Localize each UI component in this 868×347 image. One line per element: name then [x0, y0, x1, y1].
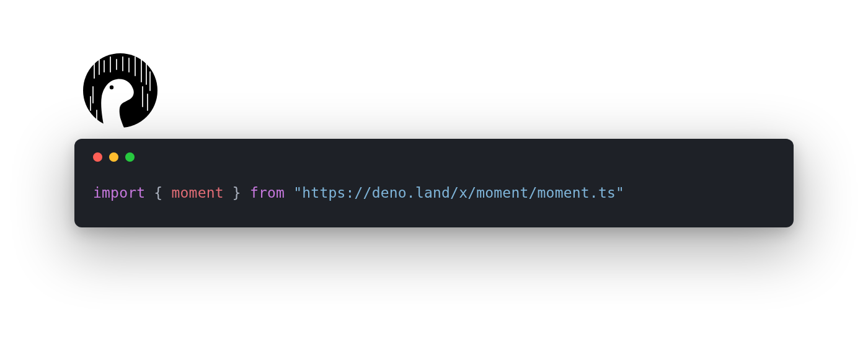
window-zoom-icon[interactable] — [125, 152, 135, 162]
stage: import { moment } from "https://deno.lan… — [0, 0, 868, 347]
window-minimize-icon[interactable] — [109, 152, 118, 162]
token-keyword-from: from — [250, 185, 285, 201]
token-keyword-import: import — [93, 185, 145, 201]
code-line: import { moment } from "https://deno.lan… — [93, 183, 775, 203]
svg-point-17 — [110, 86, 113, 89]
token-string-literal: "https://deno.land/x/moment/moment.ts" — [293, 185, 624, 201]
token-brace-open: { — [154, 185, 162, 201]
window-traffic-lights — [93, 152, 775, 162]
token-identifier: moment — [171, 185, 223, 201]
window-close-icon[interactable] — [93, 152, 102, 162]
token-brace-close: } — [232, 185, 241, 201]
code-window: import { moment } from "https://deno.lan… — [74, 139, 794, 227]
deno-logo-icon — [83, 53, 157, 128]
